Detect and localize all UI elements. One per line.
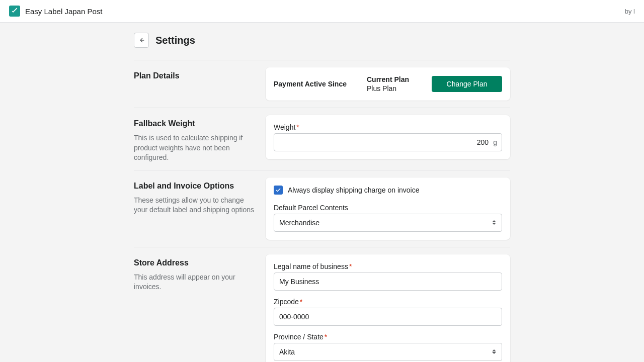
- plan-card: Payment Active Since Current Plan Plus P…: [266, 67, 510, 101]
- weight-label: Weight*: [274, 123, 502, 131]
- change-plan-button[interactable]: Change Plan: [432, 76, 502, 92]
- required-asterisk: *: [296, 123, 299, 131]
- app-title: Easy Label Japan Post: [25, 7, 102, 16]
- check-icon: [275, 187, 281, 193]
- section-store-address: Store Address This address will appear o…: [134, 247, 510, 362]
- page-title: Settings: [155, 35, 195, 46]
- parcel-contents-label: Default Parcel Contents: [274, 204, 502, 212]
- zipcode-label-text: Zipcode: [274, 298, 299, 306]
- label-options-card: Always display shipping charge on invoic…: [266, 177, 510, 240]
- topbar-left: Easy Label Japan Post: [9, 6, 102, 17]
- legal-name-input[interactable]: [274, 273, 502, 291]
- required-asterisk: *: [325, 333, 327, 341]
- zipcode-input[interactable]: [274, 308, 502, 326]
- app-logo-icon: [9, 6, 20, 17]
- section-title-plan: Plan Details: [134, 71, 256, 80]
- legal-name-label-text: Legal name of business: [274, 262, 348, 270]
- section-plan-details: Plan Details Payment Active Since Curren…: [134, 60, 510, 108]
- current-plan: Current Plan Plus Plan: [367, 75, 409, 93]
- shipping-charge-checkbox-label: Always display shipping charge on invoic…: [288, 186, 419, 194]
- legal-name-label: Legal name of business*: [274, 262, 502, 270]
- section-title-label: Label and Invoice Options: [134, 182, 256, 191]
- province-select[interactable]: Akita: [274, 343, 502, 361]
- arrow-left-icon: [137, 36, 145, 44]
- section-title-fallback: Fallback Weight: [134, 119, 256, 128]
- current-plan-label: Current Plan: [367, 75, 409, 83]
- weight-label-text: Weight: [274, 123, 295, 131]
- section-desc-store: This address will appear on your invoice…: [134, 273, 256, 292]
- section-desc-fallback: This is used to calculate shipping if pr…: [134, 133, 256, 163]
- weight-input[interactable]: [274, 133, 502, 151]
- page-header: Settings: [134, 33, 510, 48]
- attribution-text: by l: [625, 8, 635, 15]
- zipcode-label: Zipcode*: [274, 298, 502, 306]
- section-label-options: Label and Invoice Options These settings…: [134, 170, 510, 247]
- topbar: Easy Label Japan Post by l: [0, 0, 644, 23]
- province-label: Province / State*: [274, 333, 502, 341]
- required-asterisk: *: [349, 262, 352, 270]
- shipping-charge-checkbox[interactable]: [274, 186, 283, 195]
- payment-active-since: Payment Active Since: [274, 80, 347, 88]
- store-address-card: Legal name of business* Zipcode* Provinc…: [266, 254, 510, 362]
- section-fallback-weight: Fallback Weight This is used to calculat…: [134, 108, 510, 170]
- settings-container: Settings Plan Details Payment Active Sin…: [134, 23, 510, 362]
- section-title-store: Store Address: [134, 258, 256, 267]
- payment-active-since-label: Payment Active Since: [274, 80, 347, 88]
- back-button[interactable]: [134, 33, 149, 48]
- fallback-card: Weight* g: [266, 115, 510, 159]
- section-desc-label: These settings allow you to change your …: [134, 196, 256, 215]
- required-asterisk: *: [300, 298, 302, 306]
- shipping-charge-checkbox-row[interactable]: Always display shipping charge on invoic…: [274, 186, 502, 195]
- province-label-text: Province / State: [274, 333, 324, 341]
- parcel-contents-select[interactable]: Merchandise: [274, 214, 502, 232]
- current-plan-value: Plus Plan: [367, 84, 409, 93]
